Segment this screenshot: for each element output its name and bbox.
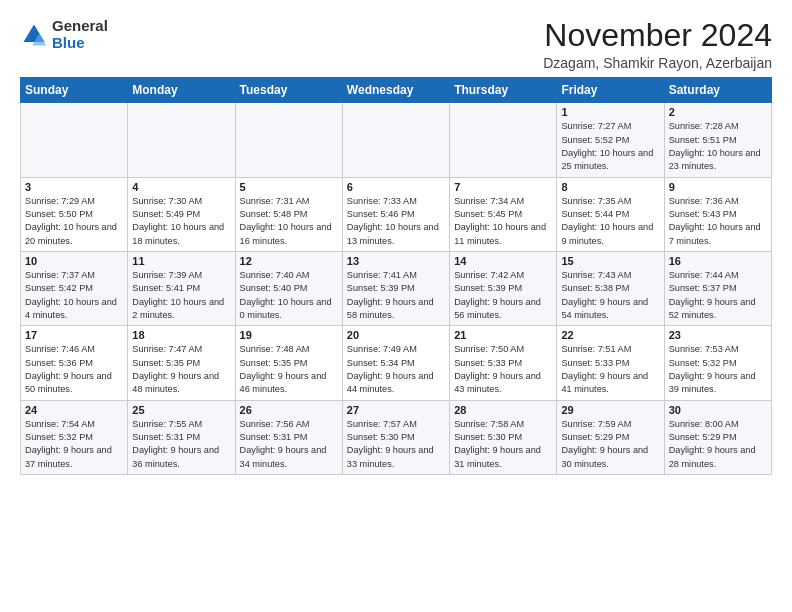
day-number: 18 bbox=[132, 329, 230, 341]
calendar-cell: 2Sunrise: 7:28 AM Sunset: 5:51 PM Daylig… bbox=[664, 103, 771, 177]
day-number: 6 bbox=[347, 181, 445, 193]
header-row: SundayMondayTuesdayWednesdayThursdayFrid… bbox=[21, 78, 772, 103]
calendar-cell: 30Sunrise: 8:00 AM Sunset: 5:29 PM Dayli… bbox=[664, 400, 771, 474]
day-number: 12 bbox=[240, 255, 338, 267]
title-block: November 2024 Dzagam, Shamkir Rayon, Aze… bbox=[543, 18, 772, 71]
day-number: 14 bbox=[454, 255, 552, 267]
day-info: Sunrise: 7:36 AM Sunset: 5:43 PM Dayligh… bbox=[669, 195, 767, 248]
day-info: Sunrise: 7:28 AM Sunset: 5:51 PM Dayligh… bbox=[669, 120, 767, 173]
calendar-cell bbox=[342, 103, 449, 177]
calendar-cell: 27Sunrise: 7:57 AM Sunset: 5:30 PM Dayli… bbox=[342, 400, 449, 474]
day-info: Sunrise: 7:57 AM Sunset: 5:30 PM Dayligh… bbox=[347, 418, 445, 471]
weekday-header: Wednesday bbox=[342, 78, 449, 103]
day-info: Sunrise: 7:40 AM Sunset: 5:40 PM Dayligh… bbox=[240, 269, 338, 322]
calendar-week: 10Sunrise: 7:37 AM Sunset: 5:42 PM Dayli… bbox=[21, 251, 772, 325]
weekday-header: Sunday bbox=[21, 78, 128, 103]
day-info: Sunrise: 7:48 AM Sunset: 5:35 PM Dayligh… bbox=[240, 343, 338, 396]
calendar-cell: 20Sunrise: 7:49 AM Sunset: 5:34 PM Dayli… bbox=[342, 326, 449, 400]
day-info: Sunrise: 7:30 AM Sunset: 5:49 PM Dayligh… bbox=[132, 195, 230, 248]
day-number: 19 bbox=[240, 329, 338, 341]
weekday-header: Monday bbox=[128, 78, 235, 103]
logo-icon bbox=[20, 21, 48, 49]
calendar-cell: 16Sunrise: 7:44 AM Sunset: 5:37 PM Dayli… bbox=[664, 251, 771, 325]
calendar-cell: 21Sunrise: 7:50 AM Sunset: 5:33 PM Dayli… bbox=[450, 326, 557, 400]
calendar-cell bbox=[450, 103, 557, 177]
day-info: Sunrise: 7:51 AM Sunset: 5:33 PM Dayligh… bbox=[561, 343, 659, 396]
day-info: Sunrise: 7:56 AM Sunset: 5:31 PM Dayligh… bbox=[240, 418, 338, 471]
day-info: Sunrise: 7:39 AM Sunset: 5:41 PM Dayligh… bbox=[132, 269, 230, 322]
day-info: Sunrise: 7:47 AM Sunset: 5:35 PM Dayligh… bbox=[132, 343, 230, 396]
day-number: 1 bbox=[561, 106, 659, 118]
day-info: Sunrise: 7:59 AM Sunset: 5:29 PM Dayligh… bbox=[561, 418, 659, 471]
calendar-cell: 8Sunrise: 7:35 AM Sunset: 5:44 PM Daylig… bbox=[557, 177, 664, 251]
day-info: Sunrise: 7:58 AM Sunset: 5:30 PM Dayligh… bbox=[454, 418, 552, 471]
weekday-header: Friday bbox=[557, 78, 664, 103]
day-number: 10 bbox=[25, 255, 123, 267]
calendar-cell: 1Sunrise: 7:27 AM Sunset: 5:52 PM Daylig… bbox=[557, 103, 664, 177]
calendar-cell: 24Sunrise: 7:54 AM Sunset: 5:32 PM Dayli… bbox=[21, 400, 128, 474]
day-info: Sunrise: 7:46 AM Sunset: 5:36 PM Dayligh… bbox=[25, 343, 123, 396]
calendar-cell bbox=[128, 103, 235, 177]
day-number: 16 bbox=[669, 255, 767, 267]
calendar-cell: 17Sunrise: 7:46 AM Sunset: 5:36 PM Dayli… bbox=[21, 326, 128, 400]
weekday-header: Thursday bbox=[450, 78, 557, 103]
day-info: Sunrise: 7:27 AM Sunset: 5:52 PM Dayligh… bbox=[561, 120, 659, 173]
day-info: Sunrise: 8:00 AM Sunset: 5:29 PM Dayligh… bbox=[669, 418, 767, 471]
day-info: Sunrise: 7:41 AM Sunset: 5:39 PM Dayligh… bbox=[347, 269, 445, 322]
calendar-cell: 7Sunrise: 7:34 AM Sunset: 5:45 PM Daylig… bbox=[450, 177, 557, 251]
day-info: Sunrise: 7:44 AM Sunset: 5:37 PM Dayligh… bbox=[669, 269, 767, 322]
calendar-cell: 15Sunrise: 7:43 AM Sunset: 5:38 PM Dayli… bbox=[557, 251, 664, 325]
day-number: 2 bbox=[669, 106, 767, 118]
calendar-cell: 4Sunrise: 7:30 AM Sunset: 5:49 PM Daylig… bbox=[128, 177, 235, 251]
day-number: 22 bbox=[561, 329, 659, 341]
day-info: Sunrise: 7:31 AM Sunset: 5:48 PM Dayligh… bbox=[240, 195, 338, 248]
calendar-cell bbox=[235, 103, 342, 177]
day-info: Sunrise: 7:49 AM Sunset: 5:34 PM Dayligh… bbox=[347, 343, 445, 396]
calendar-cell: 22Sunrise: 7:51 AM Sunset: 5:33 PM Dayli… bbox=[557, 326, 664, 400]
day-number: 25 bbox=[132, 404, 230, 416]
location: Dzagam, Shamkir Rayon, Azerbaijan bbox=[543, 55, 772, 71]
weekday-header: Saturday bbox=[664, 78, 771, 103]
logo-text: General Blue bbox=[52, 18, 108, 51]
day-info: Sunrise: 7:50 AM Sunset: 5:33 PM Dayligh… bbox=[454, 343, 552, 396]
calendar-cell: 18Sunrise: 7:47 AM Sunset: 5:35 PM Dayli… bbox=[128, 326, 235, 400]
calendar-week: 3Sunrise: 7:29 AM Sunset: 5:50 PM Daylig… bbox=[21, 177, 772, 251]
calendar-cell: 28Sunrise: 7:58 AM Sunset: 5:30 PM Dayli… bbox=[450, 400, 557, 474]
calendar-cell: 13Sunrise: 7:41 AM Sunset: 5:39 PM Dayli… bbox=[342, 251, 449, 325]
day-info: Sunrise: 7:54 AM Sunset: 5:32 PM Dayligh… bbox=[25, 418, 123, 471]
calendar-cell: 6Sunrise: 7:33 AM Sunset: 5:46 PM Daylig… bbox=[342, 177, 449, 251]
day-number: 26 bbox=[240, 404, 338, 416]
calendar-cell: 11Sunrise: 7:39 AM Sunset: 5:41 PM Dayli… bbox=[128, 251, 235, 325]
day-number: 28 bbox=[454, 404, 552, 416]
day-number: 8 bbox=[561, 181, 659, 193]
logo-blue: Blue bbox=[52, 35, 108, 52]
day-info: Sunrise: 7:33 AM Sunset: 5:46 PM Dayligh… bbox=[347, 195, 445, 248]
day-info: Sunrise: 7:34 AM Sunset: 5:45 PM Dayligh… bbox=[454, 195, 552, 248]
calendar-cell: 10Sunrise: 7:37 AM Sunset: 5:42 PM Dayli… bbox=[21, 251, 128, 325]
day-number: 7 bbox=[454, 181, 552, 193]
calendar-cell: 23Sunrise: 7:53 AM Sunset: 5:32 PM Dayli… bbox=[664, 326, 771, 400]
calendar-cell bbox=[21, 103, 128, 177]
day-number: 30 bbox=[669, 404, 767, 416]
calendar-cell: 25Sunrise: 7:55 AM Sunset: 5:31 PM Dayli… bbox=[128, 400, 235, 474]
day-number: 24 bbox=[25, 404, 123, 416]
calendar-cell: 5Sunrise: 7:31 AM Sunset: 5:48 PM Daylig… bbox=[235, 177, 342, 251]
logo-general: General bbox=[52, 18, 108, 35]
day-number: 20 bbox=[347, 329, 445, 341]
header: General Blue November 2024 Dzagam, Shamk… bbox=[20, 18, 772, 71]
calendar-cell: 3Sunrise: 7:29 AM Sunset: 5:50 PM Daylig… bbox=[21, 177, 128, 251]
calendar-week: 24Sunrise: 7:54 AM Sunset: 5:32 PM Dayli… bbox=[21, 400, 772, 474]
day-info: Sunrise: 7:37 AM Sunset: 5:42 PM Dayligh… bbox=[25, 269, 123, 322]
calendar-week: 1Sunrise: 7:27 AM Sunset: 5:52 PM Daylig… bbox=[21, 103, 772, 177]
day-info: Sunrise: 7:42 AM Sunset: 5:39 PM Dayligh… bbox=[454, 269, 552, 322]
calendar-cell: 29Sunrise: 7:59 AM Sunset: 5:29 PM Dayli… bbox=[557, 400, 664, 474]
day-info: Sunrise: 7:35 AM Sunset: 5:44 PM Dayligh… bbox=[561, 195, 659, 248]
day-number: 9 bbox=[669, 181, 767, 193]
day-number: 23 bbox=[669, 329, 767, 341]
page: General Blue November 2024 Dzagam, Shamk… bbox=[0, 0, 792, 485]
day-number: 3 bbox=[25, 181, 123, 193]
calendar-cell: 12Sunrise: 7:40 AM Sunset: 5:40 PM Dayli… bbox=[235, 251, 342, 325]
day-info: Sunrise: 7:29 AM Sunset: 5:50 PM Dayligh… bbox=[25, 195, 123, 248]
day-info: Sunrise: 7:53 AM Sunset: 5:32 PM Dayligh… bbox=[669, 343, 767, 396]
day-number: 21 bbox=[454, 329, 552, 341]
